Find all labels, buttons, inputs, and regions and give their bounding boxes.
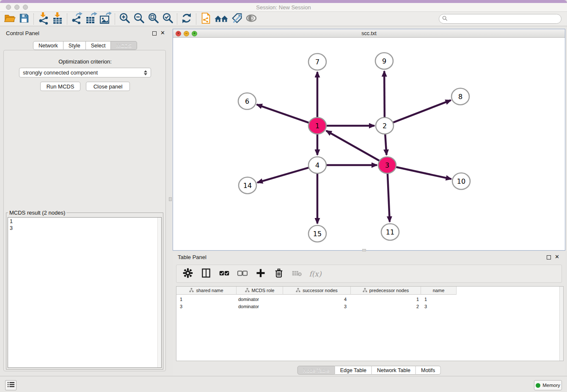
close-table-panel-icon[interactable]: ✕	[555, 255, 559, 259]
run-mcds-button[interactable]: Run MCDS	[40, 82, 80, 91]
tab-network[interactable]: Network	[33, 41, 63, 50]
cell-shared-name[interactable]: 1	[176, 295, 237, 303]
graph-node-9[interactable]: 9	[375, 53, 393, 69]
function-builder-button-disabled: f(x)	[308, 267, 322, 281]
cell-name[interactable]: 3	[421, 303, 457, 310]
column-header-name[interactable]: name	[421, 287, 457, 295]
label-toggle-button[interactable]	[230, 13, 244, 25]
hide-graphics-button[interactable]	[244, 13, 259, 25]
float-table-panel-icon[interactable]	[547, 255, 551, 259]
graph-node-4[interactable]: 4	[308, 157, 326, 174]
table-row[interactable]: 3 dominator 3 2 3	[176, 303, 457, 310]
search-input[interactable]	[450, 16, 561, 22]
cell-successor-nodes[interactable]: 4	[283, 295, 351, 303]
tab-edge-table[interactable]: Edge Table	[335, 366, 372, 375]
cell-mcds-role[interactable]: dominator	[237, 303, 283, 310]
graph-node-14[interactable]: 14	[239, 177, 256, 194]
graph-edge-1-6[interactable]	[257, 105, 309, 123]
graph-node-2[interactable]: 2	[376, 118, 394, 134]
zoom-in-icon	[118, 12, 131, 26]
tab-style[interactable]: Style	[63, 41, 86, 50]
save-floppy-icon	[19, 13, 30, 25]
create-column-button[interactable]	[253, 267, 268, 281]
columns-icon	[201, 268, 212, 280]
tab-motifs[interactable]: Motifs	[416, 366, 440, 375]
graph-node-15[interactable]: 15	[308, 226, 326, 242]
save-session-button[interactable]	[17, 13, 31, 25]
graph-edge-3-10[interactable]	[396, 167, 451, 179]
column-header-mcds-role[interactable]: MCDS role	[237, 287, 283, 295]
node-label: 9	[382, 57, 386, 65]
zoom-selected-icon	[162, 12, 174, 26]
cell-successor-nodes[interactable]: 3	[283, 303, 351, 310]
tab-mcds[interactable]: MCDS	[111, 41, 137, 50]
vertical-splitter-handle[interactable]	[169, 197, 172, 201]
graph-node-6[interactable]: 6	[238, 93, 256, 110]
graph-node-11[interactable]: 11	[381, 224, 399, 240]
import-network-button[interactable]	[36, 13, 50, 25]
open-session-button[interactable]	[3, 13, 17, 25]
apply-layout-button[interactable]	[179, 13, 194, 25]
tab-node-table[interactable]: Node Table	[297, 366, 335, 375]
delete-rows-button[interactable]	[272, 267, 286, 281]
graph-edge-2-8[interactable]	[393, 100, 451, 123]
zoom-fit-button[interactable]	[146, 13, 160, 25]
unselect-all-columns-button[interactable]	[235, 267, 250, 281]
graph-edge-2-3[interactable]	[385, 134, 386, 155]
cell-mcds-role[interactable]: dominator	[237, 295, 283, 303]
float-panel-icon[interactable]	[152, 31, 157, 36]
column-label: predecessor nodes	[369, 288, 409, 293]
zoom-out-button[interactable]	[132, 13, 146, 25]
horizontal-splitter-handle[interactable]	[362, 249, 366, 251]
graph-edge-3-11[interactable]	[388, 174, 390, 222]
cell-predecessor-nodes[interactable]: 2	[351, 303, 421, 310]
import-table-button[interactable]	[50, 13, 65, 25]
graph-edge-3-1[interactable]	[326, 131, 380, 161]
cell-shared-name[interactable]: 3	[176, 303, 237, 310]
criterion-dropdown[interactable]: strongly connected component	[19, 68, 151, 77]
column-header-successor-nodes[interactable]: successor nodes	[283, 287, 351, 295]
close-panel-icon[interactable]: ✕	[160, 31, 165, 35]
node-label: 4	[315, 161, 319, 169]
zoom-selected-button[interactable]	[160, 13, 175, 25]
result-line: 1	[10, 218, 160, 225]
graph-edge-4-14[interactable]	[257, 168, 309, 183]
column-label: shared name	[196, 288, 223, 293]
export-table-button[interactable]	[84, 13, 98, 25]
cell-name[interactable]: 1	[421, 295, 457, 303]
column-header-shared-name[interactable]: shared name	[176, 287, 237, 295]
memory-button[interactable]: Memory	[534, 380, 562, 390]
table-tabs: Node Table Edge Table Network Table Moti…	[297, 366, 441, 375]
column-header-predecessor-nodes[interactable]: predecessor nodes	[351, 287, 421, 295]
tab-network-table[interactable]: Network Table	[372, 366, 416, 375]
table-row[interactable]: 1 dominator 4 1 1	[176, 295, 457, 303]
control-panel-title: Control Panel	[6, 30, 39, 36]
select-all-columns-button[interactable]	[217, 267, 231, 281]
export-image-button[interactable]	[98, 13, 113, 25]
delete-column-button-disabled	[290, 267, 304, 281]
show-column-panel-button[interactable]	[199, 267, 213, 281]
export-network-button[interactable]	[69, 13, 84, 25]
table-settings-button[interactable]	[181, 267, 195, 281]
graph-node-3[interactable]: 3	[378, 157, 396, 174]
cell-predecessor-nodes[interactable]: 1	[351, 295, 421, 303]
task-history-button[interactable]	[5, 380, 17, 390]
network-titlebar[interactable]: ✕ − + scc.txt	[173, 29, 565, 38]
graph-node-1[interactable]: 1	[308, 118, 326, 134]
graph-node-8[interactable]: 8	[451, 88, 469, 105]
home-button[interactable]	[213, 13, 230, 25]
table-scrollbar[interactable]	[559, 287, 563, 361]
close-panel-button[interactable]: Close panel	[86, 82, 130, 91]
search-box[interactable]	[439, 14, 561, 24]
tab-select[interactable]: Select	[86, 41, 111, 50]
result-scrollbar[interactable]	[157, 218, 161, 367]
node-table[interactable]: shared name MCDS role successor nodes pr…	[176, 286, 564, 361]
new-network-file-button[interactable]	[198, 13, 213, 25]
mcds-result-text[interactable]: 1 3	[8, 217, 162, 368]
network-canvas[interactable]: 1234678910111415	[173, 38, 565, 250]
fx-icon: f(x)	[309, 270, 321, 278]
graph-node-10[interactable]: 10	[452, 173, 470, 190]
zoom-in-button[interactable]	[117, 13, 132, 25]
graph-node-7[interactable]: 7	[308, 54, 326, 70]
graph-edge-2-9[interactable]	[384, 71, 385, 117]
